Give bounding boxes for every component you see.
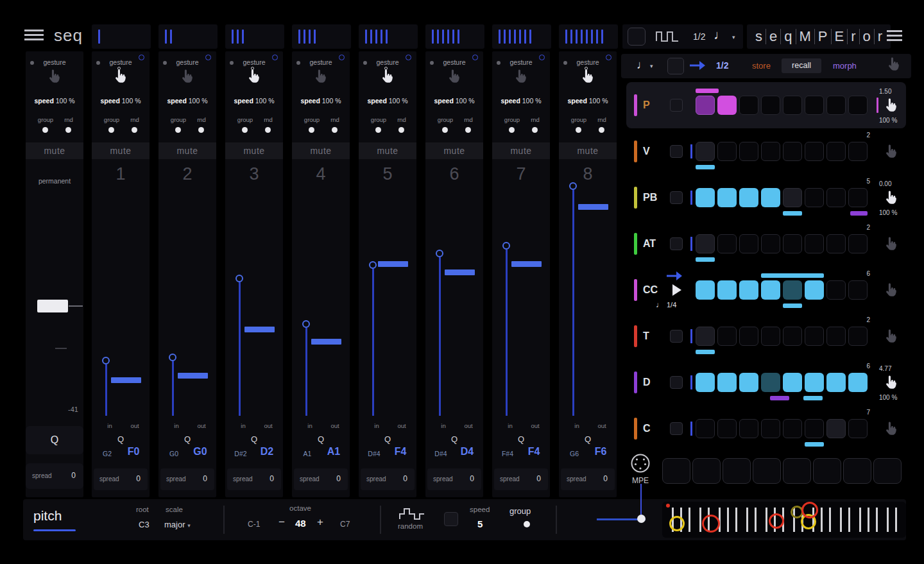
scale-select[interactable]: major ▾ [164,520,191,529]
track-header-1[interactable] [92,24,151,49]
track-header-4[interactable] [292,24,351,49]
step-cell[interactable] [826,142,846,161]
pitch-slider-handle[interactable] [502,242,510,250]
lane-checkbox[interactable] [670,330,683,343]
step-cell[interactable] [696,234,715,253]
hand-icon[interactable] [884,98,898,113]
pitch-slider-handle[interactable] [102,357,110,364]
quarter-note-icon[interactable]: ♩ [714,28,726,42]
step-cell[interactable] [805,234,824,253]
step-cell[interactable] [783,419,802,438]
octave-plus-button[interactable]: + [317,516,323,529]
group-toggle[interactable] [242,127,248,133]
step-cell[interactable] [696,280,715,300]
tab-pitch[interactable]: pitch [33,508,62,524]
group-toggle[interactable] [509,127,515,133]
piano-key[interactable] [840,508,842,532]
mpe-step-cell[interactable] [783,458,811,484]
group-toggle[interactable] [175,127,181,133]
piano-key[interactable] [699,508,701,532]
step-cell[interactable] [805,327,824,346]
hand-icon[interactable] [884,329,898,344]
mpe-step-cell[interactable] [843,458,871,484]
step-cell[interactable] [696,96,715,115]
step-cell[interactable] [717,327,737,346]
group-toggle[interactable] [576,127,581,133]
chevron-down-icon[interactable]: ▾ [732,34,735,40]
step-cell[interactable] [761,373,780,392]
track-header-5[interactable] [359,24,418,49]
step-cell[interactable] [826,373,846,392]
mute-button[interactable]: mute [292,142,350,159]
octave-value[interactable]: 48 [295,518,306,529]
piano-key[interactable] [755,508,757,532]
step-cell[interactable] [826,188,846,207]
step-cell[interactable] [826,327,846,346]
hand-gesture-icon[interactable] [514,69,528,84]
step-cell[interactable] [717,142,737,161]
menu-icon[interactable] [887,30,902,32]
square-wave-icon[interactable] [656,31,679,42]
lane-checkbox[interactable] [670,191,683,204]
lane-checkbox[interactable] [670,422,683,435]
hand-gesture-icon[interactable] [47,69,62,84]
step-cell[interactable] [805,142,824,161]
mute-button[interactable]: mute [559,142,617,159]
menu-icon[interactable] [24,30,44,31]
hand-gesture-icon[interactable] [581,69,595,84]
step-cell[interactable] [739,373,758,392]
random-wave-icon[interactable] [399,508,425,520]
piano-key[interactable] [829,508,831,532]
spread-control[interactable]: spread0 [227,468,281,490]
speed-value[interactable]: 5 [477,518,483,529]
piano-key[interactable] [766,508,767,532]
step-cell[interactable] [739,280,758,300]
step-cell[interactable] [696,327,715,346]
pitch-slider-handle[interactable] [169,354,176,361]
piano-key[interactable] [887,508,889,532]
lane-checkbox[interactable] [670,237,683,250]
midi-din-icon[interactable] [630,453,651,474]
piano-keyboard[interactable] [662,502,906,538]
step-cell[interactable] [739,234,758,253]
spread-control[interactable]: spread0 [294,468,348,490]
hand-gesture-icon[interactable] [114,69,128,84]
pitch-slider-handle[interactable] [436,250,443,257]
division-ratio[interactable]: 1/2 [716,60,728,71]
step-cell[interactable] [717,234,737,253]
piano-key[interactable] [746,508,748,532]
step-cell[interactable] [739,188,758,207]
spread-control[interactable]: spread0 [160,468,214,490]
step-cell[interactable] [739,142,758,161]
step-cell[interactable] [805,373,824,392]
chevron-down-icon[interactable]: ▾ [650,63,653,69]
hand-icon[interactable] [884,282,898,298]
mpe-step-cell[interactable] [873,458,902,484]
hand-gesture-icon[interactable] [180,69,194,84]
hand-icon[interactable] [884,236,898,252]
step-cell[interactable] [848,234,868,253]
mute-button[interactable]: mute [425,142,483,159]
hand-icon[interactable] [884,421,898,436]
step-cell[interactable] [761,142,780,161]
track-header-8[interactable] [559,24,618,49]
piano-key[interactable] [876,508,878,532]
mute-button[interactable]: mute [359,142,416,159]
step-cell[interactable] [826,234,846,253]
rnd-toggle[interactable] [198,127,204,133]
slider-handle[interactable] [637,515,646,523]
piano-key[interactable] [848,508,850,532]
spread-control[interactable]: spread 0 [26,463,83,489]
step-cell[interactable] [739,419,758,438]
step-cell[interactable] [826,96,846,115]
group-toggle[interactable] [42,127,48,133]
group-toggle[interactable] [442,127,448,133]
step-cell[interactable] [805,188,824,207]
mute-button[interactable]: mute [492,142,550,159]
step-cell[interactable] [783,373,802,392]
store-button[interactable]: store [752,61,771,71]
random-slot[interactable] [444,512,458,526]
step-cell[interactable] [826,280,846,300]
spread-control[interactable]: spread0 [561,468,615,490]
rnd-toggle[interactable] [599,127,604,133]
